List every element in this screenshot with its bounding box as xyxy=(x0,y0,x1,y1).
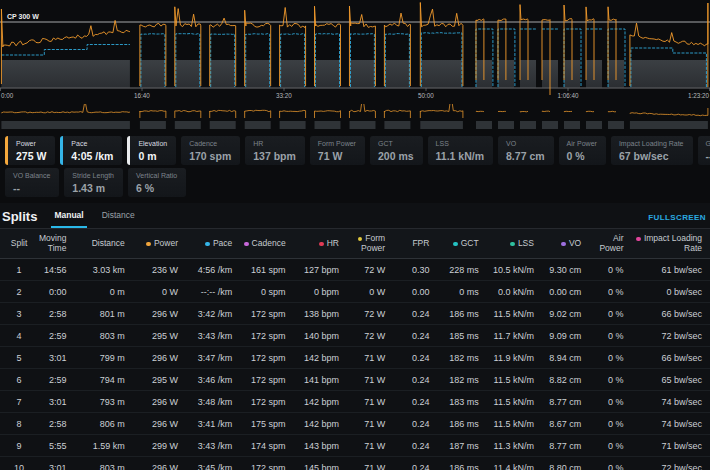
chart-navigator[interactable] xyxy=(0,104,710,132)
split-cell: 11.5 kN/m xyxy=(487,391,542,413)
split-cell: 127 bpm xyxy=(294,259,347,281)
column-header-pace[interactable]: Pace xyxy=(186,229,240,259)
split-cell: 3:43 /km xyxy=(186,325,240,347)
metric-tile-vo[interactable]: VO8.77 cm xyxy=(498,136,554,165)
split-cell: 186 ms xyxy=(437,303,486,325)
series-dot xyxy=(561,242,566,247)
split-cell: 0 % xyxy=(589,347,631,369)
split-cell: 71 W xyxy=(347,369,393,391)
column-header-moving-time[interactable]: Moving Time xyxy=(38,229,74,259)
split-cell: 10 xyxy=(0,457,38,470)
split-row-9[interactable]: 95:551.59 km299 W3:43 /km174 spm143 bpm7… xyxy=(0,435,710,457)
split-row-8[interactable]: 82:58806 m296 W3:41 /km175 spm142 bpm71 … xyxy=(0,413,710,435)
metric-tile-vo-balance[interactable]: VO Balance-- xyxy=(5,168,59,197)
column-header-hr[interactable]: HR xyxy=(294,229,347,259)
splits-section: Splits Manual Distance FULLSCREEN SplitM… xyxy=(0,203,710,470)
series-dot xyxy=(244,242,249,247)
metric-tile-gct-balance[interactable]: GCT Balance-- xyxy=(698,136,710,165)
split-row-3[interactable]: 32:58801 m296 W3:42 /km172 spm138 bpm72 … xyxy=(0,303,710,325)
split-cell: 10.5 kN/m xyxy=(487,259,542,281)
split-cell: 174 spm xyxy=(240,435,293,457)
split-cell: 71 bw/sec xyxy=(631,435,710,457)
x-axis-tick: 1:06:40 xyxy=(557,92,579,99)
split-cell: 296 W xyxy=(133,457,186,470)
column-header-split[interactable]: Split xyxy=(0,229,38,259)
split-row-4[interactable]: 42:59803 m295 W3:43 /km172 spm140 bpm72 … xyxy=(0,325,710,347)
column-header-air-power[interactable]: Air Power xyxy=(589,229,631,259)
split-cell: 4:56 /km xyxy=(186,259,240,281)
column-header-distance[interactable]: Distance xyxy=(74,229,132,259)
split-cell: 803 m xyxy=(74,325,132,347)
metric-tile-stride-length[interactable]: Stride Length1.43 m xyxy=(64,168,123,197)
metric-tile-cadence[interactable]: Cadence170 spm xyxy=(181,136,240,165)
split-cell: 6 xyxy=(0,369,38,391)
split-row-2[interactable]: 20:000 m0 W--:-- /km0 spm0 bpm0 W0.000 m… xyxy=(0,281,710,303)
column-header-gct[interactable]: GCT xyxy=(437,229,486,259)
metric-tile-elevation[interactable]: Elevation0 m xyxy=(127,136,176,165)
metric-tile-form-power[interactable]: Form Power71 W xyxy=(310,136,365,165)
split-row-5[interactable]: 53:01799 m296 W3:47 /km172 spm142 bpm71 … xyxy=(0,347,710,369)
metric-tile-hr[interactable]: HR137 bpm xyxy=(245,136,305,165)
split-cell: 1 xyxy=(0,259,38,281)
split-cell: 9.09 cm xyxy=(542,325,589,347)
split-cell: --:-- /km xyxy=(186,281,240,303)
split-cell: 71 W xyxy=(347,457,393,470)
tile-label: VO xyxy=(506,140,545,147)
column-header-vo[interactable]: VO xyxy=(542,229,589,259)
metric-tile-air-power[interactable]: Air Power0 % xyxy=(559,136,606,165)
split-cell: 61 bw/sec xyxy=(631,259,710,281)
main-chart-svg: CP 300 W0:0016:4033:2050:001:06:401:23:2… xyxy=(0,0,710,100)
column-header-lss[interactable]: LSS xyxy=(487,229,542,259)
series-dot xyxy=(636,237,641,242)
split-cell: 1.59 km xyxy=(74,435,132,457)
column-header-power[interactable]: Power xyxy=(133,229,186,259)
split-cell: 14:56 xyxy=(38,259,74,281)
fullscreen-button[interactable]: FULLSCREEN xyxy=(648,213,706,222)
tab-manual[interactable]: Manual xyxy=(51,210,86,228)
split-cell: 71 W xyxy=(347,391,393,413)
split-row-1[interactable]: 114:563.03 km236 W4:56 /km161 spm127 bpm… xyxy=(0,259,710,281)
metric-tile-impact-loading-rate[interactable]: Impact Loading Rate67 bw/sec xyxy=(611,136,693,165)
metric-tile-vertical-ratio[interactable]: Vertical Ratio6 % xyxy=(128,168,186,197)
split-cell: 140 bpm xyxy=(294,325,347,347)
split-row-6[interactable]: 62:59794 m295 W3:46 /km172 spm141 bpm71 … xyxy=(0,369,710,391)
tile-label: VO Balance xyxy=(13,172,50,179)
split-cell: 3 xyxy=(0,303,38,325)
navigator-power-series xyxy=(1,104,708,118)
column-header-impact-loading-rate[interactable]: Impact Loading Rate xyxy=(631,229,710,259)
split-cell: 11.5 kN/m xyxy=(487,303,542,325)
split-cell: 296 W xyxy=(133,391,186,413)
tab-distance[interactable]: Distance xyxy=(99,210,138,228)
split-cell: 74 bw/sec xyxy=(631,391,710,413)
split-cell: 0.24 xyxy=(393,325,437,347)
series-dot xyxy=(358,237,363,242)
split-row-7[interactable]: 73:01793 m296 W3:48 /km172 spm142 bpm71 … xyxy=(0,391,710,413)
column-header-cadence[interactable]: Cadence xyxy=(240,229,293,259)
split-cell: 0 % xyxy=(589,259,631,281)
split-cell: 172 spm xyxy=(240,457,293,470)
splits-table: SplitMoving TimeDistancePowerPaceCadence… xyxy=(0,229,710,470)
column-header-fpr[interactable]: FPR xyxy=(393,229,437,259)
metric-tile-lss[interactable]: LSS11.1 kN/m xyxy=(428,136,493,165)
metric-tile-pace[interactable]: Pace4:05 /km xyxy=(60,136,122,165)
series-dot xyxy=(319,242,324,247)
metric-tiles-row-2: VO Balance--Stride Length1.43 mVertical … xyxy=(5,168,710,197)
column-header-form-power[interactable]: Form Power xyxy=(347,229,393,259)
split-cell: 172 spm xyxy=(240,303,293,325)
split-cell: 0 W xyxy=(347,281,393,303)
split-row-10[interactable]: 103:01803 m296 W3:45 /km172 spm145 bpm71… xyxy=(0,457,710,470)
split-cell: 9.30 cm xyxy=(542,259,589,281)
split-cell: 183 ms xyxy=(437,391,486,413)
power-pace-chart[interactable]: CP 300 W0:0016:4033:2050:001:06:401:23:2… xyxy=(0,0,710,100)
tile-value: 11.1 kN/m xyxy=(436,150,484,162)
split-cell: 0 % xyxy=(589,391,631,413)
split-cell: 236 W xyxy=(133,259,186,281)
series-dot xyxy=(205,242,210,247)
metric-tile-power[interactable]: Power275 W xyxy=(5,136,55,165)
split-cell: 0.24 xyxy=(393,369,437,391)
split-cell: 72 bw/sec xyxy=(631,457,710,470)
metric-tile-gct[interactable]: GCT200 ms xyxy=(370,136,423,165)
split-cell: 11.5 kN/m xyxy=(487,413,542,435)
split-cell: 0.0 kN/m xyxy=(487,281,542,303)
split-cell: 72 W xyxy=(347,259,393,281)
